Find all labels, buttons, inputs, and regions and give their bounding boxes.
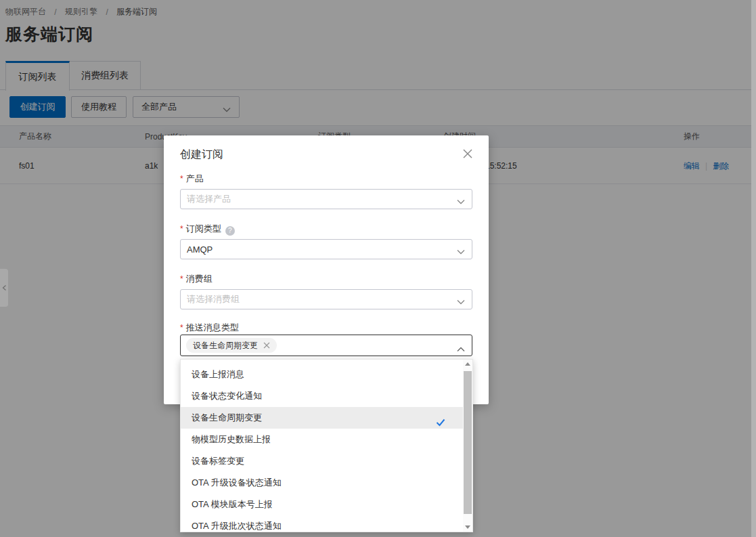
subscription-type-value: AMQP <box>187 244 213 255</box>
chevron-up-icon <box>457 343 465 355</box>
remove-tag-icon[interactable] <box>263 342 270 349</box>
chevron-down-icon <box>457 246 465 257</box>
consumer-group-select-placeholder: 请选择消费组 <box>187 293 240 305</box>
required-mark: * <box>180 323 183 332</box>
page-scrollbar[interactable] <box>751 0 756 537</box>
required-mark: * <box>180 274 183 284</box>
option-thing-model-history[interactable]: 物模型历史数据上报 <box>181 429 463 450</box>
selected-tag-label: 设备生命周期变更 <box>193 340 258 351</box>
option-ota-device-status[interactable]: OTA 升级设备状态通知 <box>181 472 463 494</box>
subscription-type-field-label: *订阅类型? <box>180 223 235 236</box>
option-ota-module-version[interactable]: OTA 模块版本号上报 <box>181 494 463 515</box>
consumer-group-field-label: *消费组 <box>180 273 213 285</box>
triangle-down-icon <box>465 525 470 529</box>
triangle-up-icon <box>465 362 470 366</box>
collapse-panel-handle[interactable] <box>0 269 8 307</box>
chevron-left-icon <box>2 284 7 292</box>
help-icon[interactable]: ? <box>225 226 235 236</box>
chevron-down-icon <box>457 196 465 207</box>
message-type-dropdown: 设备上报消息 设备状态变化通知 设备生命周期变更 物模型历史数据上报 设备标签变… <box>180 359 473 532</box>
required-mark: * <box>180 224 183 234</box>
scrollbar-thumb[interactable] <box>464 371 472 514</box>
scroll-up-button[interactable] <box>463 360 472 368</box>
subscription-type-select[interactable]: AMQP <box>180 239 472 259</box>
close-icon[interactable] <box>462 148 474 160</box>
push-message-type-multiselect[interactable]: 设备生命周期变更 <box>180 335 472 356</box>
dialog-title: 创建订阅 <box>180 148 223 162</box>
scroll-down-button[interactable] <box>463 523 472 532</box>
option-ota-batch-status[interactable]: OTA 升级批次状态通知 <box>181 515 463 532</box>
dropdown-scrollbar[interactable] <box>463 360 472 532</box>
required-mark: * <box>180 174 183 184</box>
product-select-placeholder: 请选择产品 <box>187 193 231 205</box>
option-device-tag-change[interactable]: 设备标签变更 <box>181 450 463 472</box>
option-device-upstream[interactable]: 设备上报消息 <box>181 364 463 385</box>
option-device-lifecycle[interactable]: 设备生命周期变更 <box>181 407 463 429</box>
consumer-group-select[interactable]: 请选择消费组 <box>180 289 472 309</box>
product-select[interactable]: 请选择产品 <box>180 189 472 209</box>
chevron-down-icon <box>457 297 465 307</box>
product-field-label: *产品 <box>180 173 204 185</box>
selected-tag: 设备生命周期变更 <box>186 338 277 353</box>
push-message-type-field-label: *推送消息类型 <box>180 322 239 334</box>
option-device-status-change[interactable]: 设备状态变化通知 <box>181 385 463 407</box>
